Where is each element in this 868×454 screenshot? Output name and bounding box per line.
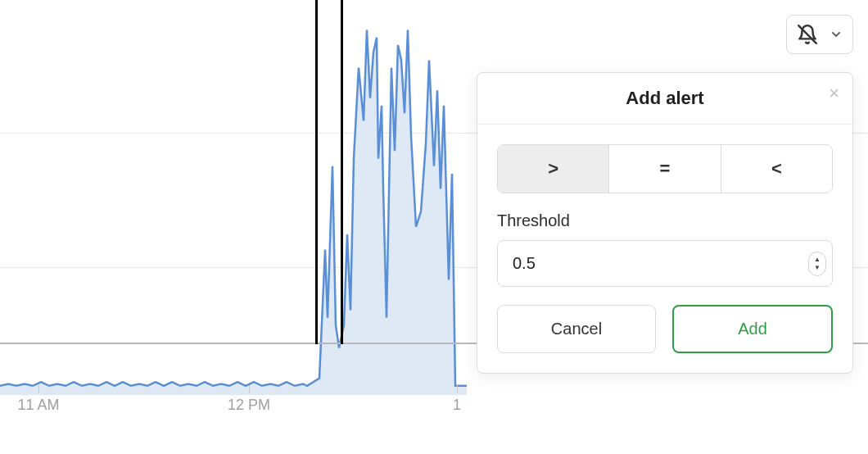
- operator-lt[interactable]: <: [721, 145, 832, 193]
- operator-eq[interactable]: =: [608, 145, 720, 193]
- chevron-down-icon: [830, 28, 843, 41]
- threshold-label: Threshold: [497, 211, 833, 230]
- stepper-down-icon[interactable]: ▼: [814, 264, 821, 272]
- operator-gt[interactable]: >: [498, 145, 608, 193]
- popover-header: Add alert ×: [477, 73, 852, 125]
- x-tick: 11 AM: [38, 385, 80, 414]
- cancel-button[interactable]: Cancel: [497, 305, 656, 353]
- x-tick-label: 12 PM: [228, 397, 270, 414]
- stepper-up-icon[interactable]: ▲: [814, 256, 821, 264]
- x-axis: 11 AM12 PM1: [0, 385, 868, 410]
- no-alert-icon: [797, 24, 818, 45]
- close-button[interactable]: ×: [829, 84, 839, 102]
- x-tick-label: 11 AM: [17, 397, 59, 414]
- x-tick: 1: [457, 385, 465, 414]
- threshold-input[interactable]: [497, 240, 833, 287]
- popover-title: Add alert: [626, 88, 703, 109]
- add-alert-popover: Add alert × >=< Threshold ▲ ▼ Cancel Add: [477, 72, 853, 374]
- add-button[interactable]: Add: [672, 305, 833, 353]
- alert-toggle-dropdown[interactable]: [786, 15, 853, 54]
- operator-segmented-control: >=<: [497, 144, 833, 193]
- x-tick-label: 1: [453, 397, 461, 414]
- threshold-stepper[interactable]: ▲ ▼: [808, 252, 826, 276]
- x-tick: 12 PM: [249, 385, 292, 414]
